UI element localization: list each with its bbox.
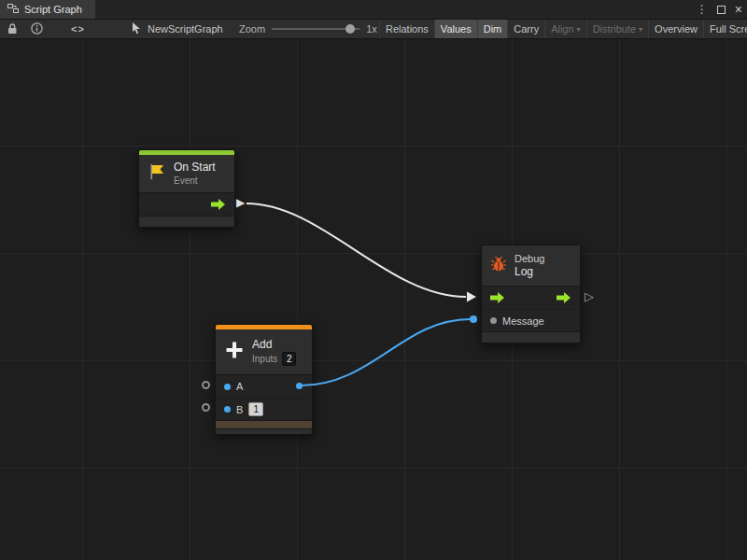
node-header: Add Inputs 2	[216, 329, 312, 374]
port-a-icon[interactable]	[224, 384, 231, 390]
wire-end-dot-icon	[470, 315, 477, 323]
node-header: On Start Event	[139, 155, 234, 192]
node-footer	[216, 428, 312, 434]
maximize-icon[interactable]	[717, 6, 726, 14]
dim-button[interactable]: Dim	[477, 20, 508, 38]
inputs-label: Inputs	[252, 353, 277, 365]
graph-name: NewScriptGraph	[148, 23, 223, 35]
toolbar-buttons: Relations Values Dim Carry Align ▾ Distr…	[379, 20, 747, 38]
node-footer	[139, 216, 234, 227]
node-body	[139, 192, 234, 216]
inputs-count-field[interactable]: 2	[282, 352, 296, 366]
port-b-value-field[interactable]	[248, 402, 263, 416]
node-on-start[interactable]: On Start Event	[138, 149, 235, 228]
flow-input-arrow-icon	[490, 292, 505, 303]
port-a-row[interactable]: A	[216, 375, 312, 398]
flow-output-row[interactable]	[139, 193, 234, 216]
node-header: Debug Log	[482, 245, 580, 286]
menu-icon[interactable]: ⋮	[697, 4, 708, 15]
relations-button[interactable]: Relations	[379, 20, 434, 38]
node-footer	[482, 331, 580, 343]
sum-output-port-icon[interactable]	[296, 383, 303, 389]
bug-icon	[490, 256, 507, 275]
code-view-button[interactable]: <>	[71, 20, 85, 38]
distribute-button[interactable]: Distribute ▾	[586, 20, 648, 38]
message-port-row[interactable]: Message	[482, 309, 580, 331]
zoom-value: 1x	[366, 23, 377, 35]
message-port-icon[interactable]	[490, 317, 497, 324]
script-graph-window: Script Graph ⋮ ×	[0, 0, 747, 560]
wire-onstart-to-log[interactable]	[247, 203, 466, 297]
chevron-down-icon: ▾	[639, 25, 642, 34]
port-b-label: B	[236, 404, 243, 415]
zoom-slider[interactable]	[272, 23, 359, 35]
node-title: Log	[514, 265, 544, 280]
wire-arrowhead-icon	[467, 292, 476, 302]
wire-add-to-message[interactable]	[301, 319, 470, 385]
port-b-icon[interactable]	[224, 406, 231, 413]
port-a-label: A	[236, 381, 243, 392]
tab-script-graph[interactable]: Script Graph	[0, 0, 95, 19]
tab-title: Script Graph	[24, 4, 82, 15]
plus-icon	[224, 340, 245, 364]
code-icon: <>	[71, 23, 85, 35]
chevron-down-icon: ▾	[577, 25, 581, 34]
node-accent-bar	[216, 420, 312, 428]
zoom-control: Zoom 1x	[239, 20, 377, 38]
add-input-a-port-icon[interactable]	[202, 381, 210, 389]
info-icon[interactable]	[31, 22, 43, 36]
on-start-output-port-icon[interactable]: ▶	[236, 197, 245, 208]
node-category: Debug	[514, 252, 544, 265]
graph-toolbar: <> NewScriptGraph Zoom 1x Relations Valu	[0, 20, 747, 39]
flow-ports-row[interactable]	[482, 287, 580, 309]
zoom-slider-handle[interactable]	[345, 24, 355, 34]
graph-breadcrumb[interactable]: NewScriptGraph	[131, 20, 223, 38]
node-title: Add	[252, 338, 296, 353]
close-icon[interactable]: ×	[735, 3, 742, 16]
node-debug-log[interactable]: Debug Log Message	[481, 245, 581, 343]
flag-icon	[148, 162, 166, 185]
lock-icon[interactable]	[7, 22, 18, 36]
graph-canvas[interactable]: On Start Event	[0, 39, 747, 560]
values-button[interactable]: Values	[434, 20, 477, 38]
fullscreen-button[interactable]: Full Screen	[703, 20, 747, 38]
align-button[interactable]: Align ▾	[544, 20, 585, 38]
toolbar-left-icons	[7, 20, 43, 38]
node-title: On Start	[174, 161, 216, 175]
log-output-port-icon[interactable]: ▷	[585, 290, 594, 302]
cursor-icon	[131, 21, 142, 36]
window-controls: ⋮ ×	[697, 0, 742, 19]
titlebar: Script Graph ⋮ ×	[0, 0, 747, 20]
port-b-row[interactable]: B	[216, 398, 312, 420]
flow-output-arrow-icon	[557, 292, 571, 303]
add-input-b-port-icon[interactable]	[202, 403, 210, 412]
overview-button[interactable]: Overview	[648, 20, 703, 38]
node-add[interactable]: Add Inputs 2 A B	[215, 324, 313, 435]
message-port-label: Message	[502, 315, 544, 327]
node-body: A B	[216, 374, 312, 420]
flow-arrow-icon	[211, 199, 226, 210]
node-body: Message	[482, 286, 580, 331]
node-subtitle: Event	[174, 175, 216, 187]
script-graph-icon	[7, 3, 19, 16]
carry-button[interactable]: Carry	[507, 20, 544, 38]
zoom-label: Zoom	[239, 23, 265, 35]
